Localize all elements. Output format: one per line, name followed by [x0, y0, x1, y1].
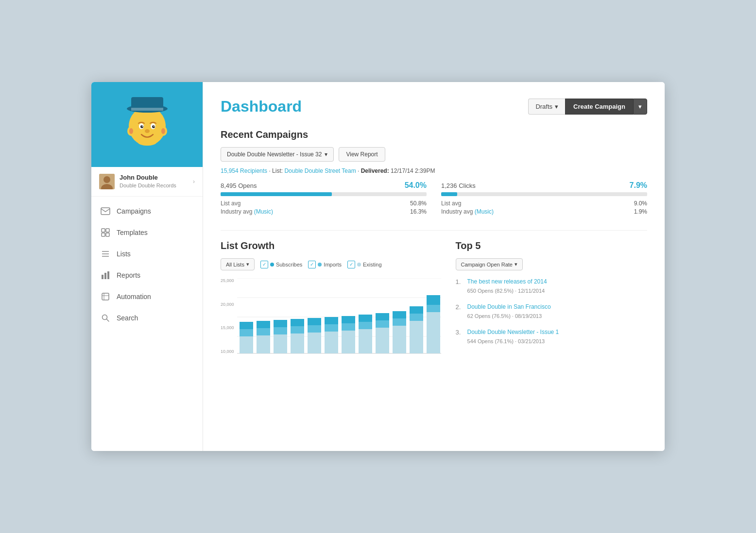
top5-controls: Campaign Open Rate ▾	[456, 258, 647, 270]
recipients-link[interactable]: 15,954 Recipients	[221, 167, 267, 174]
svg-rect-66	[376, 320, 389, 328]
svg-point-15	[161, 128, 165, 134]
subscribes-dot	[270, 263, 274, 266]
create-campaign-arrow-button[interactable]: ▾	[633, 99, 647, 115]
svg-rect-56	[325, 332, 338, 353]
svg-rect-30	[107, 271, 109, 279]
campaign-select-button[interactable]: Double Double Newsletter - Issue 32 ▾	[221, 147, 334, 162]
list-item: 3. Double Double Newsletter - Issue 1 54…	[456, 329, 647, 345]
svg-rect-53	[308, 333, 321, 353]
campaign-meta: 15,954 Recipients · List: Double Double …	[221, 167, 647, 174]
sidebar-user[interactable]: John Double Double Double Records ›	[91, 167, 203, 197]
sidebar-item-campaigns[interactable]: Campaigns	[91, 200, 203, 222]
svg-point-16	[137, 138, 157, 146]
svg-rect-61	[342, 316, 355, 323]
all-lists-button[interactable]: All Lists ▾	[221, 258, 255, 270]
lower-grid: List Growth All Lists ▾ ✓ Subscribes ✓	[221, 240, 647, 356]
svg-rect-63	[359, 322, 372, 329]
top5-item-link-3[interactable]: Double Double Newsletter - Issue 1	[467, 329, 559, 335]
clicks-label: 1,236 Clicks	[441, 182, 476, 189]
rank-3: 3.	[456, 329, 464, 345]
y-label-25k: 25,000	[221, 278, 234, 283]
svg-rect-29	[104, 273, 106, 279]
svg-rect-41	[240, 336, 253, 353]
existing-legend: ✓ Existing	[347, 261, 382, 268]
opens-stat: 8,495 Opens 54.0% List avg 50.8% Industr…	[221, 181, 427, 217]
create-campaign-button[interactable]: Create Campaign	[565, 99, 633, 115]
svg-rect-57	[325, 324, 338, 332]
top5-item-info-3: Double Double Newsletter - Issue 1 544 O…	[467, 329, 559, 345]
clicks-bar-fill	[441, 192, 457, 196]
svg-rect-47	[274, 334, 287, 353]
sidebar-item-search[interactable]: Search	[91, 307, 203, 329]
sidebar-item-reports[interactable]: Reports	[91, 265, 203, 286]
y-label-20k: 20,000	[221, 302, 234, 307]
existing-checkbox[interactable]: ✓	[347, 261, 355, 268]
svg-point-14	[129, 128, 133, 134]
clicks-header: 1,236 Clicks 7.9%	[441, 181, 647, 190]
chart-controls: All Lists ▾ ✓ Subscribes ✓ Imports ✓	[221, 258, 441, 270]
y-label-15k: 15,000	[221, 325, 234, 330]
stats-grid: 8,495 Opens 54.0% List avg 50.8% Industr…	[221, 181, 647, 217]
main-header: Dashboard Drafts ▾ Create Campaign ▾	[221, 98, 647, 116]
campaign-bar: Double Double Newsletter - Issue 32 ▾ Vi…	[221, 147, 647, 162]
sidebar-item-lists[interactable]: Lists	[91, 243, 203, 265]
svg-rect-62	[359, 329, 372, 353]
campaign-open-rate-button[interactable]: Campaign Open Rate ▾	[456, 258, 523, 270]
top5-item-info-2: Double Double in San Francisco 62 Opens …	[467, 303, 551, 320]
opens-label: 8,495 Opens	[221, 182, 257, 189]
rank-2: 2.	[456, 303, 464, 320]
top5-item-link-1[interactable]: The best new releases of 2014	[467, 278, 547, 285]
opens-industry-avg-row: Industry avg (Music) 16.3%	[221, 208, 427, 215]
imports-dot	[318, 263, 322, 266]
svg-rect-46	[257, 321, 270, 328]
svg-rect-31	[102, 293, 109, 300]
svg-rect-22	[106, 229, 109, 232]
svg-rect-70	[393, 311, 406, 318]
subscribes-checkbox[interactable]: ✓	[260, 261, 268, 268]
reports-label: Reports	[117, 271, 140, 279]
drafts-button[interactable]: Drafts ▾	[528, 99, 565, 115]
list-growth-title: List Growth	[221, 240, 441, 251]
svg-rect-75	[427, 305, 440, 312]
templates-label: Templates	[117, 229, 148, 236]
y-label-10k: 10,000	[221, 349, 234, 354]
top5-item-link-2[interactable]: Double Double in San Francisco	[467, 303, 551, 310]
avatar	[99, 174, 115, 189]
svg-rect-55	[308, 318, 321, 325]
user-info: John Double Double Double Records	[120, 174, 193, 189]
mail-icon	[100, 206, 111, 217]
svg-rect-49	[274, 320, 287, 327]
subscribes-legend: ✓ Subscribes	[260, 261, 302, 268]
industry-music-opens-link[interactable]: (Music)	[254, 208, 273, 215]
lists-icon	[100, 249, 111, 259]
top5-item-meta-2: 62 Opens (76.5%) · 08/19/2013	[467, 313, 542, 319]
industry-music-clicks-link[interactable]: (Music)	[475, 208, 494, 215]
svg-rect-44	[257, 335, 270, 353]
app-window: John Double Double Double Records › Camp…	[91, 82, 665, 451]
svg-rect-71	[410, 321, 423, 353]
sidebar-item-templates[interactable]: Templates	[91, 222, 203, 243]
svg-rect-43	[240, 322, 253, 329]
mailchimp-logo	[120, 93, 174, 156]
subscribes-legend-label: Subscribes	[276, 262, 302, 267]
recent-campaigns-section: Recent Campaigns Double Double Newslette…	[221, 129, 647, 217]
list-name-link[interactable]: Double Double Street Team	[284, 167, 356, 174]
imports-checkbox[interactable]: ✓	[308, 261, 316, 268]
user-org: Double Double Records	[120, 182, 193, 189]
svg-rect-67	[376, 313, 389, 320]
svg-rect-48	[274, 327, 287, 334]
view-report-button[interactable]: View Report	[339, 147, 385, 162]
svg-rect-68	[393, 326, 406, 353]
drafts-chevron-icon: ▾	[555, 103, 558, 110]
search-label: Search	[117, 314, 138, 322]
lists-label: Lists	[117, 250, 131, 258]
rank-1: 1.	[456, 278, 464, 295]
bar-chart-wrapper: 25,000 20,000 15,000 10,000	[221, 278, 441, 356]
top5-list: 1. The best new releases of 2014 650 Ope…	[456, 278, 647, 345]
clicks-bar-bg	[441, 192, 647, 196]
sidebar-item-automation[interactable]: Automation	[91, 286, 203, 307]
top5-item-meta-1: 650 Opens (82.5%) · 12/11/2014	[467, 288, 545, 294]
sidebar-nav: Campaigns Templates	[91, 197, 203, 333]
opens-bar-fill	[221, 192, 332, 196]
